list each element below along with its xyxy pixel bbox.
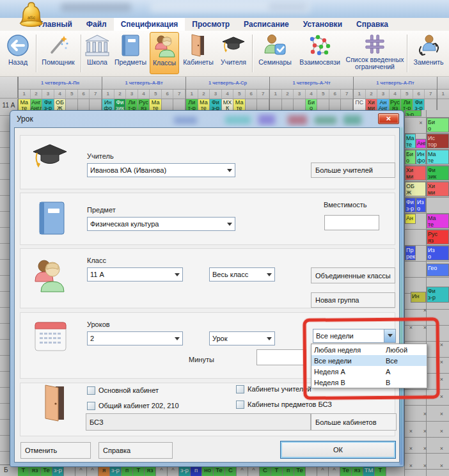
glass-blob [225, 116, 251, 124]
period-number: 7 [341, 90, 353, 99]
timetable-cell: Физ-р [427, 287, 449, 303]
glass-blob [288, 115, 307, 125]
subject-select[interactable]: Физическая культура [87, 217, 235, 231]
period-numbers: 1234567 [437, 90, 449, 99]
help-button[interactable]: Справка [98, 442, 173, 459]
timetable-cell: Русяз [427, 230, 449, 244]
window-titlebar [0, 0, 449, 18]
replace-button[interactable]: Заменить [411, 32, 446, 74]
graduation-cap-icon [31, 142, 68, 177]
period-numbers: 1234567 [270, 90, 353, 99]
day-header: 1 четверть-А-Ср [186, 77, 269, 90]
more-rooms-button[interactable]: Больше кабинетов [311, 413, 397, 431]
timetable-cell: × [420, 462, 429, 472]
timetable-cell: Физ-р [405, 198, 416, 212]
timetable-cell: Ан [405, 214, 416, 224]
close-icon: ✕ [386, 115, 391, 122]
lesson-unit-select[interactable]: Урок [209, 331, 275, 345]
period-number: 1 [354, 90, 366, 99]
timetable-cell: Био [405, 150, 416, 164]
glass-blob [258, 115, 275, 125]
teachers-button[interactable]: Учителя [217, 32, 249, 74]
period-number: 6 [413, 90, 425, 99]
timetable-cell: Мате [427, 150, 449, 164]
cancel-button[interactable]: Отменить [20, 442, 91, 459]
day-header: 1 четверть-А-Пн [19, 77, 102, 90]
period-number: 2 [114, 90, 127, 99]
rooms-field[interactable]: БСЗ [86, 413, 311, 431]
constraints-list-button[interactable]: Список введенных ограничений [345, 32, 404, 74]
graduation-cap-icon [217, 32, 249, 59]
more-teachers-button[interactable]: Больше учителей [311, 163, 395, 178]
chevron-down-icon [175, 337, 180, 343]
period-numbers: 1234567 [102, 90, 185, 99]
capacity-label: Вместимость [324, 201, 367, 209]
timetable-cell: Био [427, 118, 449, 132]
joined-classes-button[interactable]: Объединенные классы [311, 267, 395, 283]
timetable-cell: ОБЖ [405, 182, 426, 196]
menu-specification[interactable]: Спецификация [114, 18, 185, 31]
glass-blob [343, 115, 361, 125]
day-header: 1 четверть-А-Вт [102, 77, 185, 90]
timetable-cell: Изо [416, 198, 426, 212]
main-room-checkbox[interactable] [87, 386, 95, 395]
rooms-button[interactable]: Кабинеты [180, 32, 216, 74]
subject-label: Предмет [87, 206, 116, 214]
teacher-rooms-checkbox[interactable] [236, 385, 244, 393]
grid-corner-cell [0, 77, 18, 99]
relations-button[interactable]: Взаимосвязи [296, 32, 343, 74]
glass-blob [174, 116, 197, 124]
new-group-button[interactable]: Новая группа [311, 292, 395, 308]
timetable-cell: Изо [427, 246, 449, 260]
subjects-button[interactable]: Предметы [113, 32, 148, 74]
seminars-button[interactable]: Семинары [255, 32, 295, 74]
period-number: 7 [173, 90, 185, 99]
menu-settings[interactable]: Установки [296, 18, 349, 31]
day-group-tue: 1 четверть-А-Вт 1234567 ИнфоФизикЛит-рРу… [102, 77, 185, 115]
period-number: 2 [31, 90, 43, 99]
teacher-select[interactable]: Иванова ЮА (Иванова) [87, 163, 235, 177]
timetable-cell: Физик [427, 166, 449, 180]
period-number: 3 [42, 90, 54, 99]
svg-text:aSc: aSc [28, 15, 36, 20]
close-button[interactable]: ✕ [378, 113, 399, 124]
period-number: 2 [282, 90, 294, 99]
back-icon [3, 32, 33, 59]
period-number: 5 [66, 90, 78, 99]
minutes-field[interactable] [256, 349, 306, 365]
back-button[interactable]: Назад [3, 32, 33, 74]
timetable-cell: Ин [411, 292, 426, 303]
book-icon [38, 201, 66, 238]
class-scope-select[interactable]: Весь класс [209, 267, 275, 282]
classes-button[interactable]: Классы [150, 32, 179, 74]
menu-bar: Главный Файл Спецификация Просмотр Распи… [0, 18, 449, 31]
school-button[interactable]: Школа [83, 32, 111, 74]
menu-timetable[interactable]: Расписание [237, 18, 296, 31]
lessons-count-select[interactable]: 2 [87, 331, 183, 345]
door-icon [42, 384, 68, 425]
subject-rooms-checkbox[interactable] [236, 401, 244, 409]
period-number: 1 [102, 90, 114, 99]
ok-button[interactable]: ОК [280, 441, 396, 459]
period-number: 2 [366, 90, 378, 99]
shared-room-checkbox[interactable] [87, 402, 95, 410]
class-select[interactable]: 11 А [87, 267, 183, 282]
grid-hash-icon [345, 32, 404, 56]
chevron-down-icon [227, 169, 232, 175]
capacity-field[interactable] [324, 215, 379, 230]
timetable-cell: Инфо [416, 150, 426, 164]
timetable-cell: × [420, 445, 429, 455]
dialog-titlebar-glass [14, 112, 378, 127]
menu-help[interactable]: Справка [349, 18, 395, 31]
period-number: 7 [90, 90, 102, 99]
class-people-icon [31, 258, 67, 296]
seminars-person-check-icon [255, 32, 295, 59]
minutes-label: Минуты [189, 356, 214, 363]
main-room-label: Основной кабинет [98, 386, 159, 394]
subject-rooms-label: Кабинеты предметов БСЗ [248, 401, 332, 408]
assistant-button[interactable]: Помощник [38, 32, 78, 74]
menu-file[interactable]: Файл [79, 18, 114, 31]
calendar-icon [34, 320, 67, 356]
menu-view[interactable]: Просмотр [185, 18, 237, 31]
period-numbers: 1234567 [19, 90, 102, 99]
